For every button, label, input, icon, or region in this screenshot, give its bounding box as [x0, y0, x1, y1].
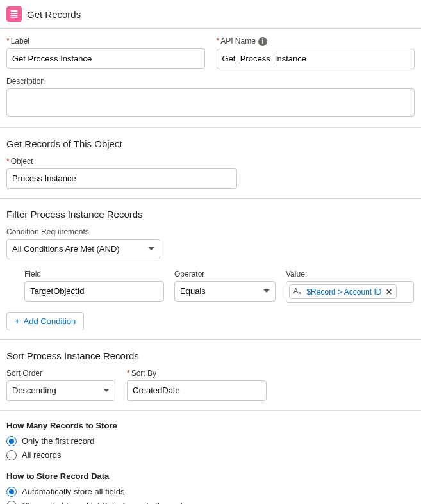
panel-header: Get Records — [0, 0, 421, 28]
operator-select[interactable]: Equals — [174, 281, 276, 302]
value-pill: Aa $Record > Account ID ✕ — [289, 284, 397, 299]
description-input[interactable] — [6, 88, 415, 117]
api-name-label: *API Namei — [217, 37, 415, 46]
text-type-icon: Aa — [293, 287, 301, 297]
sort-section: Sort Process Instance Records Sort Order… — [0, 340, 421, 410]
store-data-heading: How to Store Record Data — [6, 471, 415, 481]
chevron-down-icon — [263, 289, 270, 293]
api-name-input[interactable] — [217, 49, 415, 69]
value-input[interactable]: Aa $Record > Account ID ✕ — [286, 281, 414, 303]
condition-requirements-label: Condition Requirements — [6, 227, 415, 236]
description-label: Description — [6, 77, 415, 86]
radio-icon — [6, 436, 17, 446]
radio-choose-fields[interactable]: Choose fields and let Salesforce do the … — [6, 499, 415, 504]
object-label: *Object — [6, 157, 415, 166]
get-records-icon — [6, 6, 22, 22]
sort-by-label: *Sort By — [127, 369, 267, 378]
value-label: Value — [286, 270, 414, 279]
filter-section: Filter Process Instance Records Conditio… — [0, 199, 421, 339]
chevron-down-icon — [148, 247, 154, 250]
record-count-heading: How Many Records to Store — [6, 421, 415, 430]
condition-requirements-value: All Conditions Are Met (AND) — [12, 244, 120, 254]
field-input[interactable] — [24, 281, 164, 302]
add-condition-button[interactable]: + Add Condition — [6, 312, 84, 330]
remove-pill-icon[interactable]: ✕ — [386, 288, 392, 297]
object-heading: Get Records of This Object — [6, 138, 415, 149]
sort-by-input[interactable] — [127, 380, 267, 401]
sort-order-label: Sort Order — [6, 369, 115, 378]
radio-first-record[interactable]: Only the first record — [6, 434, 415, 448]
sort-order-select[interactable]: Descending — [6, 380, 115, 401]
panel-title: Get Records — [27, 9, 81, 20]
radio-auto-store[interactable]: Automatically store all fields — [6, 485, 415, 499]
field-label: Field — [24, 270, 164, 279]
info-icon[interactable]: i — [258, 37, 267, 46]
radio-icon — [6, 501, 17, 504]
chevron-down-icon — [103, 389, 110, 392]
filter-heading: Filter Process Instance Records — [6, 209, 415, 220]
store-data-group: Automatically store all fields Choose fi… — [6, 485, 415, 504]
radio-icon — [6, 450, 17, 460]
operator-label: Operator — [174, 270, 276, 279]
basic-section: *Label *API Namei Description — [0, 29, 421, 127]
condition-requirements-select[interactable]: All Conditions Are Met (AND) — [6, 239, 160, 259]
label-input[interactable] — [6, 48, 205, 69]
radio-icon — [6, 487, 17, 497]
object-input[interactable] — [6, 168, 237, 189]
record-count-group: Only the first record All records — [6, 434, 415, 462]
store-section: How Many Records to Store Only the first… — [0, 411, 421, 504]
condition-row: Field Operator Equals Value Aa $Record >… — [24, 270, 415, 303]
object-section: Get Records of This Object *Object — [0, 128, 421, 198]
plus-icon: + — [15, 316, 20, 326]
sort-heading: Sort Process Instance Records — [6, 350, 415, 361]
radio-all-records[interactable]: All records — [6, 448, 415, 462]
label-label: *Label — [6, 37, 205, 45]
